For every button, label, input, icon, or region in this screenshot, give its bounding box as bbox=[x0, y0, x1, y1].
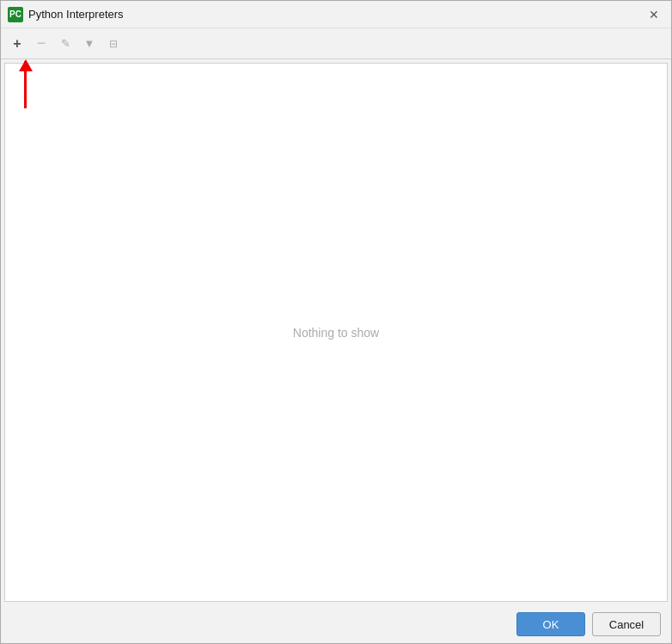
remove-interpreter-button[interactable] bbox=[30, 33, 52, 55]
tree-icon: ⊟ bbox=[109, 38, 118, 50]
edit-icon: ✎ bbox=[61, 37, 70, 50]
toolbar: ✎ ▼ ⊟ bbox=[1, 28, 671, 59]
minus-icon bbox=[37, 34, 46, 52]
edit-interpreter-button[interactable]: ✎ bbox=[54, 33, 76, 55]
filter-icon: ▼ bbox=[84, 37, 95, 50]
close-button[interactable]: ✕ bbox=[644, 4, 664, 25]
footer: OK Cancel bbox=[1, 605, 671, 643]
window-title: Python Interpreters bbox=[28, 8, 124, 21]
tree-button[interactable]: ⊟ bbox=[102, 33, 125, 55]
title-bar: PC Python Interpreters ✕ bbox=[1, 1, 671, 28]
plus-icon bbox=[13, 36, 21, 52]
title-bar-left: PC Python Interpreters bbox=[8, 7, 124, 22]
ok-button[interactable]: OK bbox=[516, 612, 585, 636]
empty-message: Nothing to show bbox=[293, 326, 379, 340]
dialog-window: PC Python Interpreters ✕ ✎ ▼ ⊟ Nothing t… bbox=[0, 0, 672, 644]
cancel-button[interactable]: Cancel bbox=[592, 612, 661, 636]
filter-button[interactable]: ▼ bbox=[78, 33, 101, 55]
add-interpreter-button[interactable] bbox=[6, 33, 28, 55]
content-area: Nothing to show bbox=[4, 63, 668, 602]
app-icon: PC bbox=[8, 7, 23, 22]
